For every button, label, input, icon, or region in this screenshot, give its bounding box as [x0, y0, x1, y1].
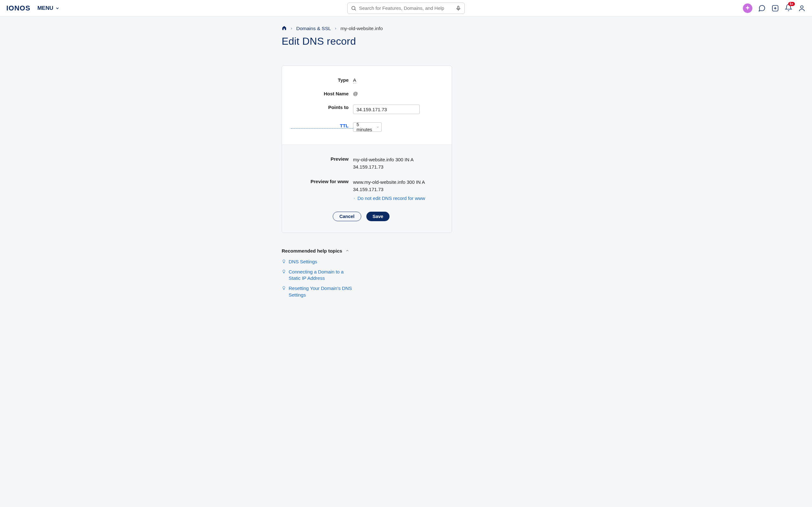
notifications-button[interactable]: 5+	[785, 4, 792, 12]
chevron-up-icon	[345, 249, 349, 252]
page-body: Domains & SSL my-old-website.info Edit D…	[186, 16, 626, 315]
home-icon	[282, 25, 287, 31]
chevron-right-icon	[353, 197, 356, 200]
sparkle-icon	[745, 5, 751, 11]
preview-www-label: Preview for www	[291, 177, 353, 184]
logo[interactable]: IONOS	[6, 4, 31, 12]
lightbulb-icon	[282, 259, 286, 264]
ttl-select[interactable]: 5 minutes	[353, 122, 382, 132]
search-container	[347, 3, 465, 14]
top-header: IONOS MENU 5+	[0, 0, 812, 16]
help-list: DNS Settings Connecting a Domain to a St…	[282, 259, 355, 298]
assistant-avatar[interactable]	[743, 3, 752, 13]
chat-icon[interactable]	[758, 4, 766, 12]
ttl-label[interactable]: TTL	[291, 121, 353, 129]
user-icon[interactable]	[798, 4, 806, 12]
help-item-static-ip[interactable]: Connecting a Domain to a Static IP Addre…	[282, 269, 355, 282]
help-item-label: DNS Settings	[289, 259, 317, 265]
help-item-label: Connecting a Domain to a Static IP Addre…	[289, 269, 355, 282]
microphone-icon[interactable]	[455, 5, 461, 11]
page-title: Edit DNS record	[282, 36, 626, 47]
preview-section: Preview my-old-website.info 300 IN A 34.…	[282, 145, 452, 233]
pointsto-input[interactable]	[353, 105, 420, 114]
help-section: Recommended help topics DNS Settings Con…	[282, 248, 452, 298]
breadcrumb-home[interactable]	[282, 25, 287, 32]
type-value: A	[353, 76, 443, 83]
help-item-dns-settings[interactable]: DNS Settings	[282, 259, 355, 265]
chevron-down-icon	[55, 6, 60, 10]
dns-record-card: Type A Host Name @ Points to TTL	[282, 66, 452, 233]
header-actions: 5+	[743, 3, 806, 13]
search-box[interactable]	[347, 3, 465, 14]
hostname-value: @	[353, 90, 443, 96]
help-toggle[interactable]: Recommended help topics	[282, 248, 452, 253]
preview-www-value: www.my-old-website.info 300 IN A 34.159.…	[353, 179, 443, 193]
menu-label: MENU	[38, 5, 53, 11]
search-input[interactable]	[359, 5, 453, 11]
type-label: Type	[291, 76, 353, 83]
chevron-right-icon	[290, 27, 293, 30]
hostname-label: Host Name	[291, 90, 353, 96]
svg-point-7	[801, 6, 803, 8]
help-title-label: Recommended help topics	[282, 248, 342, 253]
help-item-reset-dns[interactable]: Resetting Your Domain's DNS Settings	[282, 285, 355, 298]
add-icon[interactable]	[771, 4, 779, 12]
chevron-down-icon	[376, 125, 379, 129]
search-icon	[351, 5, 357, 11]
breadcrumb: Domains & SSL my-old-website.info	[282, 25, 626, 32]
toggle-www-label: Do not edit DNS record for www	[357, 195, 425, 202]
preview-www-block: www.my-old-website.info 300 IN A 34.159.…	[353, 177, 443, 202]
button-row: Cancel Save	[333, 212, 443, 221]
save-button[interactable]: Save	[366, 212, 390, 221]
preview-label: Preview	[291, 155, 353, 162]
preview-value: my-old-website.info 300 IN A 34.159.171.…	[353, 155, 443, 170]
svg-rect-2	[458, 6, 459, 9]
lightbulb-icon	[282, 286, 286, 290]
toggle-www-link[interactable]: Do not edit DNS record for www	[353, 195, 443, 202]
cancel-button[interactable]: Cancel	[333, 212, 361, 221]
svg-line-1	[355, 9, 356, 10]
lightbulb-icon	[282, 269, 286, 274]
breadcrumb-current: my-old-website.info	[340, 26, 383, 32]
svg-point-0	[352, 6, 355, 10]
ttl-value: 5 minutes	[357, 122, 374, 132]
chevron-right-icon	[334, 27, 337, 30]
form-section: Type A Host Name @ Points to TTL	[282, 66, 452, 145]
breadcrumb-domains-ssl[interactable]: Domains & SSL	[296, 26, 331, 32]
pointsto-label: Points to	[291, 103, 353, 110]
main-menu-button[interactable]: MENU	[38, 5, 60, 11]
help-item-label: Resetting Your Domain's DNS Settings	[289, 285, 355, 298]
notification-badge: 5+	[788, 2, 795, 6]
